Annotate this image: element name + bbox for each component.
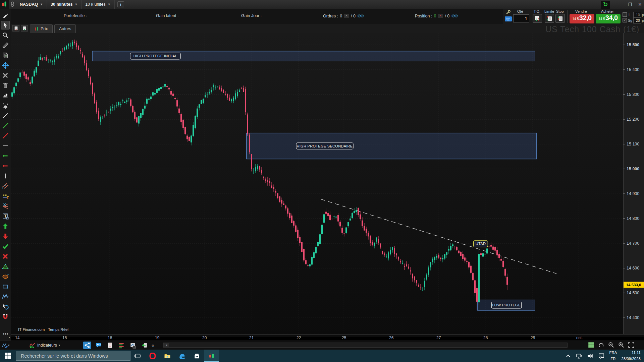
alarm-bell-icon[interactable] (1, 101, 10, 110)
scroll-left-icon[interactable]: ◄ (164, 343, 169, 347)
instrument-selector[interactable]: NASDAQ ▼ (16, 0, 47, 9)
arrow-down-icon[interactable] (1, 232, 10, 241)
rectangle-icon[interactable] (1, 282, 10, 291)
clock[interactable]: 11:11 28/09/2023 (621, 350, 641, 362)
l-points-input[interactable]: 10 (633, 12, 641, 18)
cancel-orders-icon[interactable]: ✕ (344, 14, 349, 18)
channel-icon[interactable] (1, 182, 10, 190)
sg-points-input[interactable]: 20 (633, 17, 641, 23)
info-button[interactable]: i (117, 1, 124, 7)
magnet-icon[interactable] (1, 312, 10, 321)
minimize-button[interactable]: — (617, 2, 623, 7)
take-profit-order-button[interactable] (533, 14, 542, 23)
collapse-button[interactable]: « (152, 342, 154, 349)
vertical-line-icon[interactable] (1, 172, 10, 180)
check-icon[interactable] (1, 242, 10, 251)
undo-cursor-icon[interactable] (1, 302, 10, 311)
comment-bubble-button[interactable] (95, 342, 103, 349)
start-button[interactable] (0, 350, 16, 362)
explorer-icon[interactable] (160, 350, 175, 362)
qty-label: Qté (517, 9, 523, 13)
tab-prix[interactable]: Prix (30, 24, 53, 33)
close-button[interactable]: ✕ (637, 2, 643, 7)
report-doc-button[interactable] (106, 342, 114, 349)
alert-cursor-icon[interactable] (1, 91, 10, 100)
horizontal-line-icon[interactable] (1, 141, 10, 150)
settings-wrench-icon[interactable] (505, 10, 511, 15)
annotation-chip[interactable]: LOW PROTEGE (491, 302, 522, 308)
annotation-chip[interactable]: HIGH PROTEGE INITIAL (130, 53, 180, 59)
position-label: Position : (415, 14, 432, 18)
text-tool-icon[interactable]: T (1, 212, 10, 221)
network-icon[interactable] (576, 353, 583, 359)
fullscreen-icon[interactable] (628, 342, 635, 350)
speaker-icon[interactable] (587, 353, 594, 359)
copy-icon[interactable] (1, 51, 10, 60)
search-input[interactable] (16, 353, 130, 359)
cross-icon[interactable] (1, 252, 10, 261)
ellipse-icon[interactable] (1, 272, 10, 281)
draw-chart-button[interactable]: ▾ (1, 342, 10, 349)
task-view-icon[interactable] (130, 350, 145, 362)
stop-order-button[interactable] (555, 14, 565, 23)
l-checkbox[interactable] (623, 12, 627, 17)
sell-button[interactable]: 14 5 32,0 (570, 14, 594, 23)
trash-icon[interactable] (1, 81, 10, 90)
link-icon[interactable] (10, 1, 15, 8)
sg-checkbox[interactable]: ✓ (623, 18, 627, 22)
close-position-icon[interactable]: ✕ (438, 14, 443, 18)
trendline-green-icon[interactable] (1, 121, 10, 130)
annotation-chip[interactable]: UTAD (474, 241, 488, 247)
chevron-up-icon[interactable] (565, 353, 572, 359)
chart-area[interactable]: US Tech 100 Cash (1€) HIGH PROTEGE INITI… (11, 33, 644, 337)
export-down-icon[interactable] (12, 25, 19, 32)
orders-settings-icon[interactable]: ⚙⚙ (357, 13, 363, 18)
elliott-wave-icon[interactable] (1, 292, 10, 301)
language-indicator[interactable]: FRA FR (609, 350, 617, 362)
cursor-tool-icon[interactable] (1, 21, 10, 29)
zoom-out-icon[interactable] (608, 342, 614, 350)
indicators-button[interactable]: Indicateurs▾ (29, 342, 60, 349)
keyboard-icon[interactable] (505, 16, 512, 21)
fibonacci-icon[interactable]: F (1, 192, 10, 200)
trading-app-icon[interactable] (204, 350, 219, 362)
trendline-red-icon[interactable] (1, 131, 10, 140)
opera-icon[interactable] (145, 350, 160, 362)
undo-icon[interactable] (598, 342, 604, 350)
buy-button[interactable]: 14 5 34,0 (596, 14, 621, 23)
zoom-tool-icon[interactable] (1, 31, 10, 40)
ruler-icon[interactable] (1, 41, 10, 50)
tools-icon[interactable] (1, 71, 10, 80)
taskbar-search[interactable] (16, 351, 130, 361)
export-button[interactable] (140, 342, 148, 349)
timeframe-selector[interactable]: 30 minutes ▼ (47, 0, 82, 9)
panel-layout-icon[interactable] (588, 342, 594, 350)
trendline-white-icon[interactable] (1, 111, 10, 120)
tab-autres[interactable]: Autres (54, 24, 76, 33)
quantity-input[interactable] (513, 14, 529, 22)
chart-doc-button[interactable] (129, 342, 137, 349)
candlestick-chart[interactable]: HIGH PROTEGE INITIAL HIGH PROTEGE SECOND… (11, 33, 644, 334)
zoom-in-icon[interactable] (618, 342, 625, 350)
import-up-icon[interactable] (21, 25, 28, 32)
more-tools-button[interactable]: ••• ▾ (1, 333, 10, 340)
move-icon[interactable] (1, 61, 10, 70)
restore-button[interactable]: ❐ (627, 2, 633, 7)
notification-icon[interactable] (598, 353, 605, 359)
limit-order-button[interactable] (545, 14, 554, 23)
segment-red-icon[interactable] (1, 162, 10, 170)
refresh-button[interactable]: ↻ (601, 1, 610, 9)
store-icon[interactable] (190, 350, 204, 362)
share-button[interactable] (83, 342, 91, 349)
draw-pencil-icon[interactable] (1, 11, 10, 19)
edge-icon[interactable] (175, 350, 190, 362)
position-settings-icon[interactable]: ⚙⚙ (451, 13, 457, 18)
segment-green-icon[interactable] (1, 152, 10, 160)
triangle-icon[interactable] (1, 262, 10, 271)
pitchfork-icon[interactable] (1, 202, 10, 210)
orders-list-button[interactable] (117, 342, 125, 349)
arrow-up-icon[interactable] (1, 222, 10, 231)
horizontal-scrollbar[interactable]: ◄ (163, 343, 568, 348)
annotation-chip[interactable]: HIGH PROTEGE SECONDAIRE (296, 143, 353, 149)
units-selector[interactable]: 10 k unités ▼ (82, 0, 114, 9)
